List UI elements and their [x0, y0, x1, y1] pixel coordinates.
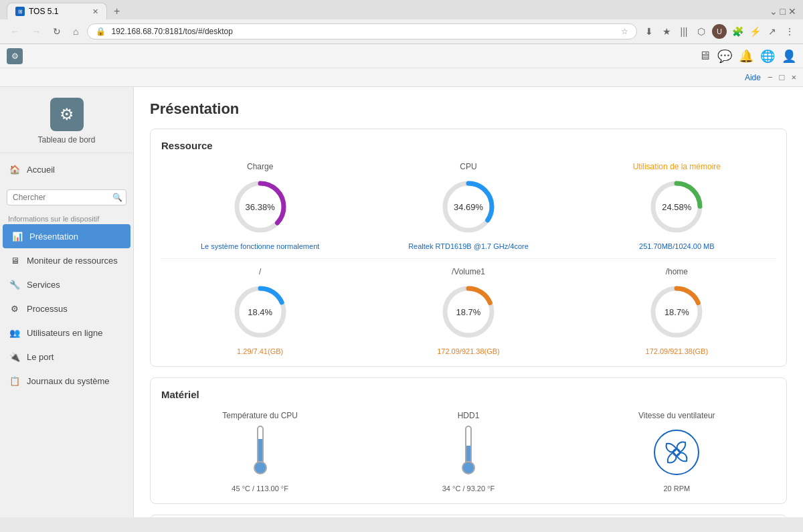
globe-icon[interactable]: 🌐 [760, 49, 775, 64]
root-sublabel: 1.29/7.41(GB) [237, 347, 283, 355]
fan-value: 20 RPM [663, 484, 690, 493]
aide-restore[interactable]: □ [780, 72, 785, 82]
minimize-browser[interactable]: ⌄ [770, 6, 778, 17]
materiel-title: Matériel [161, 389, 776, 400]
menu-icon[interactable]: ⋮ [783, 25, 796, 38]
sidebar-logo: ⚙ Tableau de bord [0, 87, 133, 153]
bookmark-icon[interactable]: ☆ [621, 27, 628, 36]
browser-tab[interactable]: ⊞ TOS 5.1 ✕ [7, 3, 107, 19]
svg-point-12 [654, 430, 699, 474]
hdd1-thermometer [460, 426, 476, 479]
user-icon[interactable]: 👤 [782, 49, 796, 64]
cpu-temp-value: 45 °C / 113.00 °F [232, 484, 288, 493]
cpu-thermo-tube [257, 426, 264, 462]
volume1-sublabel: 172.09/921.38(GB) [437, 347, 500, 355]
sidebar-item-accueil[interactable]: 🏠 Accueil [0, 157, 133, 181]
forward-button[interactable]: → [28, 25, 44, 38]
back-button[interactable]: ← [7, 25, 23, 38]
presentation-icon: 📊 [11, 230, 24, 243]
volume1-label: /Volume1 [452, 267, 485, 276]
url-text: 192.168.68.70:8181/tos/#/desktop [111, 27, 616, 36]
port-icon: 🔌 [8, 350, 21, 363]
services-icon: 🔧 [8, 278, 21, 291]
search-input[interactable] [7, 189, 126, 205]
materiel-section: Matériel Température du CPU 45 °C / 113.… [150, 377, 787, 504]
gauge-root: / 18.4% 1.29/7.41(GB) [161, 267, 359, 355]
root-value: 18.4% [248, 307, 272, 317]
hdd1-thermo-fill [466, 446, 470, 461]
fan-label: Vitesse du ventilateur [638, 411, 715, 420]
lock-icon: 🔒 [96, 27, 106, 36]
topbar-right: 🖥 💬 🔔 🌐 👤 [699, 49, 796, 64]
sidebar-logo-icon: ⚙ [50, 98, 84, 131]
logs-icon: 📋 [8, 374, 21, 387]
charge-gauge-canvas: 36.38% [230, 177, 290, 237]
sidebar-item-services[interactable]: 🔧 Services [0, 272, 133, 296]
sidebar-item-journaux[interactable]: 📋 Journaux du système [0, 369, 133, 393]
sidebar-item-processus[interactable]: ⚙ Processus [0, 296, 133, 321]
cpu-label: CPU [460, 162, 476, 171]
sidebar-item-port[interactable]: 🔌 Le port [0, 345, 133, 369]
refresh-button[interactable]: ↻ [50, 25, 64, 38]
screen-icon[interactable]: 🖥 [699, 49, 711, 63]
cpu-temp-label: Température du CPU [222, 411, 298, 420]
sidebar-item-moniteur[interactable]: 🖥 Moniteur de ressources [0, 248, 133, 272]
gauge-memoire: Utilisation de la mémoire 24.58% 251.70M… [578, 162, 776, 250]
users-icon: 👥 [8, 326, 21, 339]
tab-close-button[interactable]: ✕ [92, 7, 98, 16]
home-sublabel: 172.09/921.38(GB) [646, 347, 709, 355]
browser-chrome: ⊞ TOS 5.1 ✕ + ⌄ □ ✕ ← → ↻ ⌂ 🔒 192.168.68… [0, 0, 803, 44]
sidebar-logo-text: Tableau de bord [37, 135, 95, 145]
cpu-temp-item: Température du CPU 45 °C / 113.00 °F [161, 411, 359, 493]
charge-sublabel: Le système fonctionne normalement [201, 242, 319, 250]
volume1-gauge-canvas: 18.7% [438, 282, 499, 342]
search-icon: 🔍 [112, 193, 122, 202]
restore-browser[interactable]: □ [780, 6, 786, 17]
fan-svg [653, 429, 700, 476]
bell-icon[interactable]: 🔔 [739, 49, 753, 64]
root-label: / [259, 267, 261, 276]
sidebar-item-presentation[interactable]: 📊 Présentation [3, 224, 130, 248]
aide-link[interactable]: Aide [745, 73, 761, 82]
app-topbar-logo: ⚙ [7, 48, 23, 64]
memoire-gauge-canvas: 24.58% [646, 177, 707, 237]
memoire-value: 24.58% [662, 202, 691, 212]
charge-label: Charge [247, 162, 273, 171]
hdd1-thermo-tube [465, 426, 472, 462]
sidebar-item-utilisateurs[interactable]: 👥 Utilisateurs en ligne [0, 321, 133, 345]
new-tab-button[interactable]: + [110, 4, 124, 19]
browser-toolbar: ← → ↻ ⌂ 🔒 192.168.68.70:8181/tos/#/deskt… [0, 19, 803, 43]
moniteur-label: Moniteur de ressources [27, 256, 118, 266]
settings-icon: ⚙ [11, 52, 19, 61]
share-icon[interactable]: ↗ [766, 25, 779, 38]
extensions-icon[interactable]: ⬡ [695, 25, 708, 38]
port-label: Le port [27, 352, 54, 362]
cpu-value: 34.69% [454, 202, 483, 212]
hdd1-label: HDD1 [458, 411, 480, 420]
extension2-icon[interactable]: ⚡ [748, 25, 762, 38]
bookmark-list-icon[interactable]: ★ [660, 25, 673, 38]
app-topbar: ⚙ 🖥 💬 🔔 🌐 👤 [0, 44, 803, 68]
processus-icon: ⚙ [8, 302, 21, 315]
address-bar[interactable]: 🔒 192.168.68.70:8181/tos/#/desktop ☆ [87, 23, 637, 39]
charge-value: 36.38% [246, 202, 275, 212]
tab-bar: ⊞ TOS 5.1 ✕ + ⌄ □ ✕ [0, 0, 803, 19]
bottom-gauges-grid: / 18.4% 1.29/7.41(GB) /Volume1 [161, 267, 776, 355]
ressource-title: Ressource [161, 140, 776, 151]
ressource-section: Ressource Charge 36.38% Le système fonct… [150, 128, 787, 367]
home-button[interactable]: ⌂ [70, 25, 82, 38]
hdd1-value: 34 °C / 93.20 °F [442, 484, 495, 493]
extension1-icon[interactable]: 🧩 [731, 25, 744, 38]
aide-close[interactable]: × [791, 72, 796, 82]
sidebar-nav: 🏠 Accueil [0, 153, 133, 185]
history-icon[interactable]: ||| [677, 25, 691, 38]
profile-icon[interactable]: U [712, 24, 727, 39]
memoire-label: Utilisation de la mémoire [633, 162, 721, 171]
temp-grid: Température du CPU 45 °C / 113.00 °F HDD… [161, 411, 776, 493]
message-icon[interactable]: 💬 [717, 49, 732, 64]
tab-title: TOS 5.1 [29, 7, 58, 16]
download-icon[interactable]: ⬇ [642, 25, 656, 38]
close-browser[interactable]: ✕ [788, 6, 796, 17]
app-container: ⚙ Tableau de bord 🏠 Accueil 🔍 Informatio… [0, 87, 803, 517]
accueil-label: Accueil [27, 165, 55, 175]
